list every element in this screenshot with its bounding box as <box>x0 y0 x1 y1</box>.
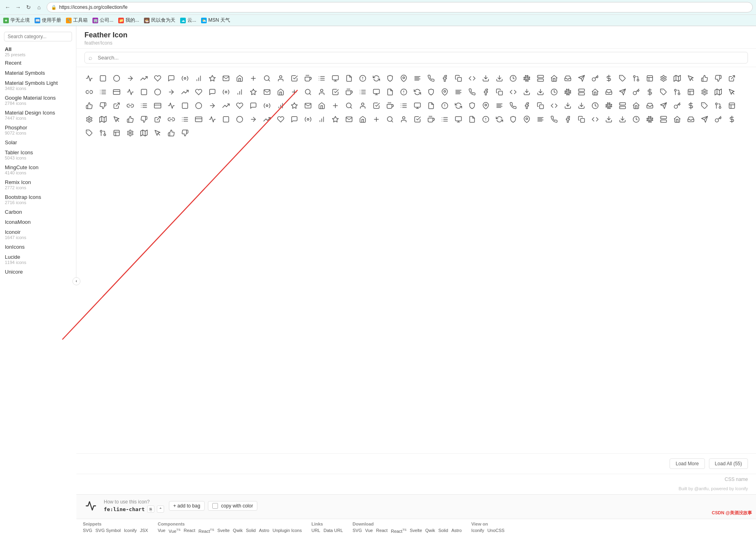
icon-cell[interactable] <box>425 72 438 85</box>
icon-cell[interactable] <box>356 99 369 112</box>
load-more-button[interactable]: Load More <box>670 458 705 469</box>
icon-cell[interactable] <box>165 86 178 98</box>
icon-cell[interactable] <box>684 99 697 112</box>
sidebar-item-material-symbols-light[interactable]: Material Symbols Light 3482 icons <box>0 78 76 93</box>
icon-cell[interactable] <box>616 113 629 126</box>
dl-svelte[interactable]: Svelte <box>410 528 422 534</box>
view-unocss[interactable]: UnoCSS <box>487 528 505 533</box>
sidebar-collapse-button[interactable]: ‹ <box>72 277 80 285</box>
icon-cell[interactable] <box>684 113 697 126</box>
icon-cell[interactable] <box>479 99 492 112</box>
icon-cell[interactable] <box>261 72 273 85</box>
icon-cell[interactable] <box>589 72 602 85</box>
icon-cell[interactable] <box>206 99 219 112</box>
icon-cell[interactable] <box>206 86 219 98</box>
dl-solid[interactable]: Solid <box>438 528 448 534</box>
icon-cell[interactable] <box>466 86 479 98</box>
icon-cell[interactable] <box>712 113 725 126</box>
icon-cell[interactable] <box>466 99 479 112</box>
icon-cell[interactable] <box>548 86 561 98</box>
icon-cell[interactable] <box>520 86 533 98</box>
icon-cell[interactable] <box>657 113 670 126</box>
icon-cell[interactable] <box>288 72 301 85</box>
icon-cell[interactable] <box>384 113 396 126</box>
icon-cell[interactable] <box>671 72 684 85</box>
dl-vue[interactable]: Vue <box>365 528 373 534</box>
dl-react[interactable]: React <box>376 528 388 534</box>
icon-cell[interactable] <box>452 72 465 85</box>
icon-cell[interactable] <box>452 113 465 126</box>
icon-cell[interactable] <box>179 99 191 112</box>
icon-cell[interactable] <box>192 99 205 112</box>
icon-cell[interactable] <box>725 113 738 126</box>
icon-cell[interactable] <box>602 99 615 112</box>
icon-cell[interactable] <box>124 86 137 98</box>
icon-cell[interactable] <box>97 127 109 139</box>
icon-cell[interactable] <box>575 113 588 126</box>
load-all-button[interactable]: Load All (55) <box>709 458 748 469</box>
icon-cell[interactable] <box>274 113 287 126</box>
sidebar-item-lucide[interactable]: Lucide 1194 icons <box>0 252 76 267</box>
icon-cell[interactable] <box>233 72 246 85</box>
icon-cell[interactable] <box>179 72 191 85</box>
icon-cell[interactable] <box>83 113 96 126</box>
dl-qwik[interactable]: Qwik <box>425 528 435 534</box>
view-iconify[interactable]: Iconify <box>471 528 484 533</box>
icon-cell[interactable] <box>110 127 123 139</box>
icon-cell[interactable] <box>575 99 588 112</box>
link-data-url[interactable]: Data URL <box>323 528 343 533</box>
icon-cell[interactable] <box>479 72 492 85</box>
bookmark-msn[interactable]: ⛅ MSN 天气 <box>201 17 230 24</box>
icon-cell[interactable] <box>192 72 205 85</box>
icon-cell[interactable] <box>247 72 260 85</box>
icon-cell[interactable] <box>151 127 164 139</box>
icon-cell[interactable] <box>657 86 670 98</box>
icon-cell[interactable] <box>97 113 109 126</box>
icon-cell[interactable] <box>220 113 232 126</box>
copy-with-color-button[interactable]: copy with color <box>208 501 257 511</box>
link-vue[interactable]: Vue <box>158 528 165 534</box>
icon-search-input[interactable] <box>84 52 748 63</box>
icon-cell[interactable] <box>725 72 738 85</box>
icon-cell[interactable] <box>315 99 328 112</box>
sidebar-item-carbon[interactable]: Carbon <box>0 207 76 217</box>
icon-cell[interactable] <box>329 113 342 126</box>
icon-cell[interactable] <box>643 86 656 98</box>
icon-cell[interactable] <box>138 99 150 112</box>
icon-cell[interactable] <box>356 86 369 98</box>
icon-cell[interactable] <box>179 127 191 139</box>
icon-cell[interactable] <box>561 86 574 98</box>
icon-cell[interactable] <box>657 99 670 112</box>
sidebar-item-phosphor[interactable]: Phosphor 9072 icons <box>0 123 76 137</box>
icon-cell[interactable] <box>151 113 164 126</box>
icon-cell[interactable] <box>192 86 205 98</box>
icon-cell[interactable] <box>630 113 643 126</box>
link-svg-symbol[interactable]: SVG Symbol <box>95 528 121 533</box>
sidebar-item-material-design[interactable]: Material Design Icons 7447 icons <box>0 108 76 123</box>
icon-cell[interactable] <box>657 72 670 85</box>
sidebar-item-unicore[interactable]: Unicore <box>0 267 76 277</box>
bookmark-company[interactable]: 🏢 公司... <box>92 17 113 24</box>
icon-cell[interactable] <box>384 72 396 85</box>
bookmark-tools[interactable]: 🔧 工具箱 <box>66 17 88 24</box>
icon-cell[interactable] <box>206 72 219 85</box>
icon-cell[interactable] <box>411 99 424 112</box>
icon-cell[interactable] <box>384 99 396 112</box>
link-react[interactable]: React <box>184 528 195 534</box>
link-svg[interactable]: SVG <box>83 528 92 533</box>
icon-cell[interactable] <box>356 113 369 126</box>
icon-cell[interactable] <box>138 86 150 98</box>
icon-cell[interactable] <box>397 72 410 85</box>
icon-cell[interactable] <box>671 99 684 112</box>
icon-cell[interactable] <box>83 86 96 98</box>
bookmark-xuewuzhijing[interactable]: ★ 学无止境 <box>3 17 30 24</box>
icon-cell[interactable] <box>425 113 438 126</box>
icon-cell[interactable] <box>124 72 137 85</box>
home-button[interactable]: ⌂ <box>35 3 43 12</box>
icon-cell[interactable] <box>616 86 629 98</box>
icon-cell[interactable] <box>329 86 342 98</box>
icon-cell[interactable] <box>684 86 697 98</box>
icon-cell[interactable] <box>329 99 342 112</box>
reload-button[interactable]: ↻ <box>24 3 33 12</box>
icon-cell[interactable] <box>548 72 561 85</box>
